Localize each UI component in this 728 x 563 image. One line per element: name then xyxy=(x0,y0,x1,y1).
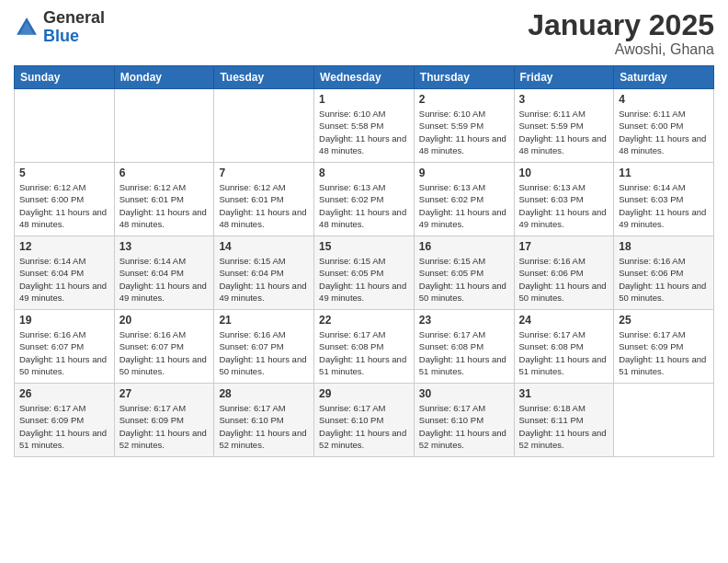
day-number: 1 xyxy=(319,93,409,106)
weekday-header-row: SundayMondayTuesdayWednesdayThursdayFrid… xyxy=(15,66,714,89)
day-info: Sunrise: 6:17 AM Sunset: 6:10 PM Dayligh… xyxy=(419,402,509,451)
day-number: 21 xyxy=(219,314,309,327)
day-info: Sunrise: 6:16 AM Sunset: 6:07 PM Dayligh… xyxy=(119,328,210,377)
weekday-header-monday: Monday xyxy=(114,66,214,89)
day-number: 7 xyxy=(219,167,309,179)
day-cell xyxy=(114,89,214,163)
weekday-header-tuesday: Tuesday xyxy=(214,66,314,89)
week-row-1: 1Sunrise: 6:10 AM Sunset: 5:58 PM Daylig… xyxy=(15,89,714,163)
day-number: 22 xyxy=(319,314,409,327)
day-info: Sunrise: 6:10 AM Sunset: 5:58 PM Dayligh… xyxy=(319,108,409,156)
day-info: Sunrise: 6:14 AM Sunset: 6:04 PM Dayligh… xyxy=(119,255,210,304)
day-info: Sunrise: 6:10 AM Sunset: 5:59 PM Dayligh… xyxy=(419,108,509,156)
day-cell xyxy=(214,89,314,163)
day-number: 31 xyxy=(519,387,609,400)
logo-general: General xyxy=(43,8,105,27)
logo-icon xyxy=(14,15,40,40)
day-cell: 23Sunrise: 6:17 AM Sunset: 6:08 PM Dayli… xyxy=(414,310,514,384)
day-info: Sunrise: 6:17 AM Sunset: 6:08 PM Dayligh… xyxy=(319,328,409,377)
day-cell: 19Sunrise: 6:16 AM Sunset: 6:07 PM Dayli… xyxy=(15,310,115,384)
day-cell: 14Sunrise: 6:15 AM Sunset: 6:04 PM Dayli… xyxy=(214,236,314,310)
day-number: 10 xyxy=(519,167,609,179)
logo: General Blue xyxy=(14,9,105,46)
day-number: 3 xyxy=(519,93,609,106)
day-info: Sunrise: 6:18 AM Sunset: 6:11 PM Dayligh… xyxy=(519,402,609,451)
day-info: Sunrise: 6:13 AM Sunset: 6:02 PM Dayligh… xyxy=(319,181,409,230)
day-cell: 11Sunrise: 6:14 AM Sunset: 6:03 PM Dayli… xyxy=(614,163,714,236)
day-info: Sunrise: 6:12 AM Sunset: 6:01 PM Dayligh… xyxy=(119,181,210,230)
day-info: Sunrise: 6:11 AM Sunset: 6:00 PM Dayligh… xyxy=(619,108,709,156)
day-number: 15 xyxy=(319,240,409,253)
weekday-header-sunday: Sunday xyxy=(15,66,115,89)
day-cell: 16Sunrise: 6:15 AM Sunset: 6:05 PM Dayli… xyxy=(414,236,514,310)
day-cell: 31Sunrise: 6:18 AM Sunset: 6:11 PM Dayli… xyxy=(514,384,614,457)
day-cell: 4Sunrise: 6:11 AM Sunset: 6:00 PM Daylig… xyxy=(614,89,714,163)
day-cell: 15Sunrise: 6:15 AM Sunset: 6:05 PM Dayli… xyxy=(314,236,415,310)
day-cell: 12Sunrise: 6:14 AM Sunset: 6:04 PM Dayli… xyxy=(15,236,115,310)
day-info: Sunrise: 6:17 AM Sunset: 6:09 PM Dayligh… xyxy=(19,402,109,451)
week-row-5: 26Sunrise: 6:17 AM Sunset: 6:09 PM Dayli… xyxy=(15,384,714,457)
header: General Blue January 2025 Awoshi, Ghana xyxy=(14,9,714,58)
page: General Blue January 2025 Awoshi, Ghana … xyxy=(0,0,728,563)
day-cell: 1Sunrise: 6:10 AM Sunset: 5:58 PM Daylig… xyxy=(314,89,415,163)
day-number: 26 xyxy=(19,387,109,400)
day-cell xyxy=(15,89,115,163)
day-number: 18 xyxy=(619,240,709,253)
day-info: Sunrise: 6:14 AM Sunset: 6:04 PM Dayligh… xyxy=(19,255,109,304)
day-info: Sunrise: 6:14 AM Sunset: 6:03 PM Dayligh… xyxy=(619,181,709,230)
day-cell: 29Sunrise: 6:17 AM Sunset: 6:10 PM Dayli… xyxy=(314,384,415,457)
day-cell: 27Sunrise: 6:17 AM Sunset: 6:09 PM Dayli… xyxy=(114,384,214,457)
title-block: January 2025 Awoshi, Ghana xyxy=(528,9,714,58)
logo-blue: Blue xyxy=(43,27,79,45)
calendar-title: January 2025 xyxy=(528,9,714,41)
day-number: 28 xyxy=(219,387,309,400)
weekday-header-friday: Friday xyxy=(514,66,614,89)
day-number: 6 xyxy=(119,167,210,179)
day-cell: 25Sunrise: 6:17 AM Sunset: 6:09 PM Dayli… xyxy=(614,310,714,384)
day-cell: 21Sunrise: 6:16 AM Sunset: 6:07 PM Dayli… xyxy=(214,310,314,384)
day-number: 5 xyxy=(19,167,109,179)
day-cell: 7Sunrise: 6:12 AM Sunset: 6:01 PM Daylig… xyxy=(214,163,314,236)
day-cell: 3Sunrise: 6:11 AM Sunset: 5:59 PM Daylig… xyxy=(514,89,614,163)
day-cell: 2Sunrise: 6:10 AM Sunset: 5:59 PM Daylig… xyxy=(414,89,514,163)
day-number: 4 xyxy=(619,93,709,106)
day-number: 13 xyxy=(119,240,210,253)
day-cell: 28Sunrise: 6:17 AM Sunset: 6:10 PM Dayli… xyxy=(214,384,314,457)
day-info: Sunrise: 6:17 AM Sunset: 6:09 PM Dayligh… xyxy=(119,402,210,451)
day-info: Sunrise: 6:15 AM Sunset: 6:05 PM Dayligh… xyxy=(419,255,509,304)
day-number: 2 xyxy=(419,93,509,106)
day-info: Sunrise: 6:16 AM Sunset: 6:07 PM Dayligh… xyxy=(19,328,109,377)
day-info: Sunrise: 6:15 AM Sunset: 6:04 PM Dayligh… xyxy=(219,255,309,304)
day-info: Sunrise: 6:17 AM Sunset: 6:08 PM Dayligh… xyxy=(519,328,609,377)
day-cell: 24Sunrise: 6:17 AM Sunset: 6:08 PM Dayli… xyxy=(514,310,614,384)
day-info: Sunrise: 6:16 AM Sunset: 6:07 PM Dayligh… xyxy=(219,328,309,377)
day-cell: 26Sunrise: 6:17 AM Sunset: 6:09 PM Dayli… xyxy=(15,384,115,457)
day-number: 25 xyxy=(619,314,709,327)
day-cell: 20Sunrise: 6:16 AM Sunset: 6:07 PM Dayli… xyxy=(114,310,214,384)
day-number: 30 xyxy=(419,387,509,400)
day-info: Sunrise: 6:17 AM Sunset: 6:10 PM Dayligh… xyxy=(319,402,409,451)
day-number: 17 xyxy=(519,240,609,253)
day-number: 12 xyxy=(19,240,109,253)
day-cell: 5Sunrise: 6:12 AM Sunset: 6:00 PM Daylig… xyxy=(15,163,115,236)
day-cell: 9Sunrise: 6:13 AM Sunset: 6:02 PM Daylig… xyxy=(414,163,514,236)
day-info: Sunrise: 6:16 AM Sunset: 6:06 PM Dayligh… xyxy=(519,255,609,304)
day-info: Sunrise: 6:12 AM Sunset: 6:00 PM Dayligh… xyxy=(19,181,109,230)
day-info: Sunrise: 6:16 AM Sunset: 6:06 PM Dayligh… xyxy=(619,255,709,304)
day-number: 11 xyxy=(619,167,709,179)
day-cell: 18Sunrise: 6:16 AM Sunset: 6:06 PM Dayli… xyxy=(614,236,714,310)
day-info: Sunrise: 6:13 AM Sunset: 6:03 PM Dayligh… xyxy=(519,181,609,230)
day-number: 14 xyxy=(219,240,309,253)
calendar-table: SundayMondayTuesdayWednesdayThursdayFrid… xyxy=(14,65,714,457)
day-number: 16 xyxy=(419,240,509,253)
day-cell: 10Sunrise: 6:13 AM Sunset: 6:03 PM Dayli… xyxy=(514,163,614,236)
logo-text: General Blue xyxy=(43,9,105,46)
day-info: Sunrise: 6:17 AM Sunset: 6:10 PM Dayligh… xyxy=(219,402,309,451)
day-cell xyxy=(614,384,714,457)
day-info: Sunrise: 6:12 AM Sunset: 6:01 PM Dayligh… xyxy=(219,181,309,230)
day-number: 24 xyxy=(519,314,609,327)
day-number: 9 xyxy=(419,167,509,179)
week-row-4: 19Sunrise: 6:16 AM Sunset: 6:07 PM Dayli… xyxy=(15,310,714,384)
day-info: Sunrise: 6:11 AM Sunset: 5:59 PM Dayligh… xyxy=(519,108,609,156)
day-cell: 22Sunrise: 6:17 AM Sunset: 6:08 PM Dayli… xyxy=(314,310,415,384)
